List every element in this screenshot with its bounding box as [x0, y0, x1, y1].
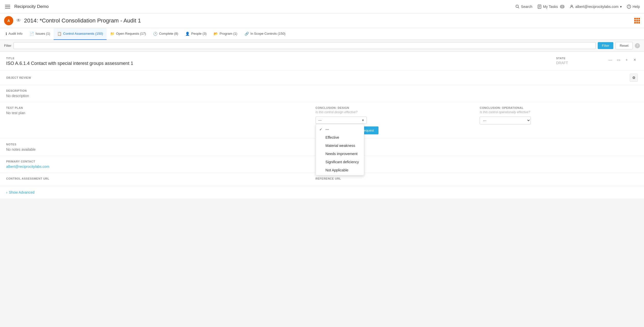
panel-title-section: TITLE ISO A.6.1.4 Contact with special i… — [6, 57, 556, 66]
notes-section: NOTES No notes available — [6, 143, 309, 151]
tab-in-scope-controls-label: In Scope Controls (150) — [250, 32, 285, 36]
show-advanced-toggle[interactable]: › Show Advanced — [0, 186, 644, 198]
primary-contact-value[interactable]: albert@reciprocitylabs.com — [6, 165, 49, 169]
filter-label: Filter — [4, 44, 12, 48]
svg-point-0 — [516, 5, 518, 7]
dropdown-option-not-applicable[interactable]: Not Applicable — [316, 166, 364, 174]
reset-button[interactable]: Reset — [615, 42, 633, 49]
tab-complete[interactable]: 🕐 Complete (8) — [150, 28, 182, 40]
description-value: No description — [6, 94, 309, 98]
tab-issues[interactable]: 📄 Issues (1) — [26, 28, 54, 40]
tasks-icon — [537, 5, 542, 9]
top-nav: Reciprocity Demo Search My Tasks 0 — [0, 0, 644, 13]
audit-info-icon: ℹ — [6, 32, 7, 36]
in-scope-icon: 🔗 — [245, 32, 249, 36]
nav-right: Search My Tasks 0 albert@reciprocitylabs… — [515, 5, 640, 9]
dropdown-menu: ✓ --- Effective Material weakness Needs … — [316, 124, 364, 176]
conclusion-operational-select[interactable]: --- Effective Material weakness Needs im… — [480, 116, 531, 124]
dropdown-option-effective[interactable]: Effective — [316, 133, 364, 142]
sub-nav: ℹ Audit Info 📄 Issues (1) 📋 Control Asse… — [0, 28, 644, 40]
dropdown-option-blank[interactable]: ✓ --- — [316, 125, 364, 133]
check-icon: ✓ — [319, 127, 324, 131]
description-label: DESCRIPTION — [6, 89, 309, 92]
program-icon: 📂 — [214, 32, 218, 36]
grid-view-icon[interactable] — [634, 18, 640, 24]
object-review-label: OBJECT REVIEW — [6, 76, 31, 79]
hamburger-menu[interactable] — [4, 4, 11, 9]
tab-people[interactable]: 👤 People (3) — [182, 28, 210, 40]
tab-in-scope-controls[interactable]: 🔗 In Scope Controls (150) — [241, 28, 289, 40]
close-button[interactable]: ✕ — [632, 57, 638, 63]
main-content: TITLE ISO A.6.1.4 Contact with special i… — [0, 52, 644, 198]
test-plan-value: No test plan — [6, 111, 309, 115]
description-row: DESCRIPTION No description — [0, 85, 644, 102]
reference-url-section: REFERENCE URL — [316, 177, 638, 182]
add-button[interactable]: + — [624, 57, 630, 63]
tab-open-requests[interactable]: 📁 Open Requests (17) — [107, 28, 150, 40]
search-icon — [515, 5, 520, 9]
tab-program-label: Program (1) — [220, 32, 237, 36]
user-icon — [570, 5, 574, 9]
svg-text:?: ? — [628, 5, 630, 8]
title-label: TITLE — [6, 57, 556, 60]
dropdown-option-significant-deficiency[interactable]: Significant deficiency — [316, 158, 364, 166]
avatar: A — [4, 16, 13, 25]
conclusion-operational-label: CONCLUSION: OPERATIONAL — [480, 106, 638, 109]
notes-label: NOTES — [6, 143, 309, 146]
dropdown-option-material-weakness[interactable]: Material weakness — [316, 142, 364, 150]
state-label: STATE — [556, 57, 607, 60]
minimize-button[interactable]: — — [607, 57, 613, 63]
test-plan-label: TEST PLAN — [6, 106, 309, 109]
conclusion-design-label: CONCLUSION: DESIGN — [316, 106, 474, 109]
search-label: Search — [521, 5, 532, 9]
filter-input[interactable] — [14, 42, 596, 49]
filter-help-icon[interactable]: ? — [635, 43, 640, 48]
tab-issues-label: Issues (1) — [36, 32, 50, 36]
filter-bar: Filter Filter Reset ? — [0, 40, 644, 52]
expand-button[interactable]: ▭ — [615, 57, 622, 63]
conclusion-design-dropdown[interactable]: --- ▾ ✓ --- Effective Material wea — [316, 116, 367, 124]
tab-control-assessments[interactable]: 📋 Control Assessments (150) — [54, 28, 107, 40]
option-label-effective: Effective — [326, 135, 339, 139]
page-title: 2014: *Control Consolidation Program - A… — [24, 17, 141, 24]
dropdown-option-needs-improvement[interactable]: Needs improvement — [316, 150, 364, 158]
svg-line-1 — [518, 7, 519, 8]
help-nav-item[interactable]: ? Help — [627, 5, 640, 9]
tab-complete-label: Complete (8) — [159, 32, 178, 36]
search-nav-item[interactable]: Search — [515, 5, 532, 9]
notes-value: No notes available — [6, 147, 309, 151]
object-review-row: OBJECT REVIEW ⚙ — [0, 71, 644, 85]
tab-audit-info[interactable]: ℹ Audit Info — [2, 28, 26, 40]
option-label-material-weakness: Material weakness — [326, 144, 355, 148]
option-label-needs-improvement: Needs improvement — [326, 152, 358, 156]
description-section: DESCRIPTION No description — [6, 89, 309, 98]
panel-header: TITLE ISO A.6.1.4 Contact with special i… — [0, 52, 644, 71]
dropdown-arrow: ▾ — [362, 118, 364, 122]
page-header-left: A 👁 2014: *Control Consolidation Program… — [4, 16, 141, 25]
test-plan-section: TEST PLAN No test plan — [6, 106, 309, 134]
people-icon: 👤 — [185, 32, 190, 36]
gear-button[interactable]: ⚙ — [630, 74, 638, 82]
tab-program[interactable]: 📂 Program (1) — [210, 28, 241, 40]
watch-icon[interactable]: 👁 — [16, 18, 21, 23]
filter-button[interactable]: Filter — [598, 42, 613, 49]
my-tasks-label: My Tasks — [543, 5, 558, 9]
primary-contact-label: PRIMARY CONTACT — [6, 160, 309, 163]
primary-contact-section: PRIMARY CONTACT albert@reciprocitylabs.c… — [6, 160, 309, 169]
complete-icon: 🕐 — [153, 32, 157, 36]
my-tasks-nav-item[interactable]: My Tasks 0 — [537, 5, 565, 9]
control-assessments-icon: 📋 — [57, 32, 62, 36]
state-value: DRAFT — [556, 61, 607, 65]
svg-point-6 — [571, 5, 572, 7]
issues-icon: 📄 — [30, 32, 34, 36]
dropdown-trigger[interactable]: --- ▾ — [316, 116, 367, 124]
conclusion-design-section: CONCLUSION: DESIGN Is this control desig… — [316, 106, 474, 134]
dropdown-selected-value: --- — [318, 118, 322, 122]
tab-open-requests-label: Open Requests (17) — [116, 32, 146, 36]
panel-controls: — ▭ + ✕ — [607, 57, 638, 63]
page-header: A 👁 2014: *Control Consolidation Program… — [0, 13, 644, 28]
user-nav-item[interactable]: albert@reciprocitylabs.com ▾ — [570, 5, 622, 9]
option-label-significant-deficiency: Significant deficiency — [326, 160, 359, 164]
tab-people-label: People (3) — [191, 32, 206, 36]
reference-url-label: REFERENCE URL — [316, 177, 638, 180]
